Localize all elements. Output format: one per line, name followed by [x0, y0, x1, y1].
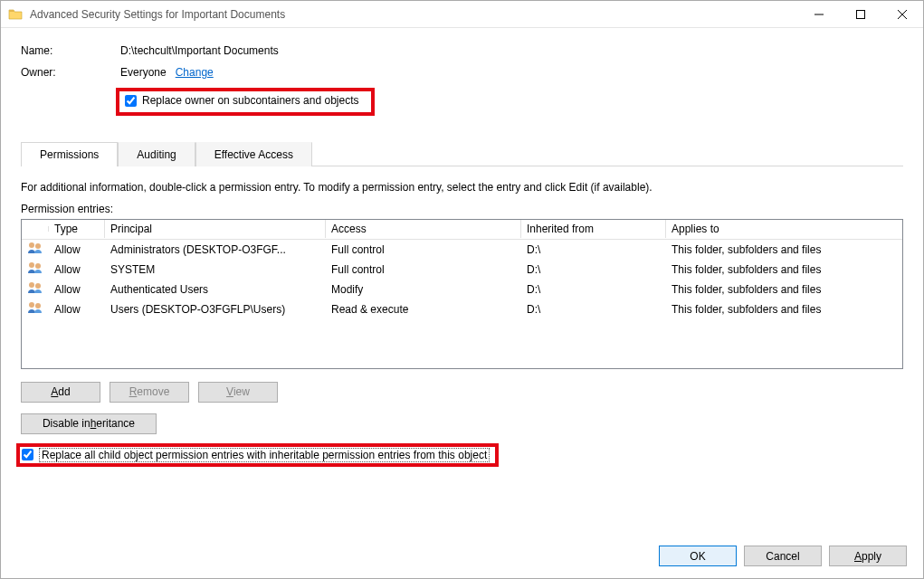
cell-type: Allow: [49, 281, 105, 298]
users-icon: [27, 261, 43, 274]
cell-type: Allow: [49, 242, 105, 258]
apply-button[interactable]: Apply: [829, 546, 907, 566]
entry-buttons: Add Remove View: [21, 382, 903, 403]
cell-access: Modify: [326, 281, 521, 298]
cell-access: Full control: [326, 261, 521, 278]
cancel-button[interactable]: Cancel: [744, 546, 822, 566]
replace-owner-text: Replace owner on subcontainers and objec…: [142, 94, 358, 107]
permission-entries-table: Type Principal Access Inherited from App…: [21, 219, 903, 369]
name-row: Name: D:\techcult\Important Documents: [21, 44, 903, 57]
cell-access: Full control: [326, 242, 521, 258]
users-icon: [27, 281, 43, 294]
col-type[interactable]: Type: [49, 220, 105, 238]
cell-inherited: D:\: [521, 261, 666, 278]
change-owner-link[interactable]: Change: [176, 66, 214, 79]
svg-point-4: [35, 263, 41, 269]
svg-point-3: [29, 262, 34, 268]
cell-type: Allow: [49, 261, 105, 278]
col-access[interactable]: Access: [326, 220, 521, 238]
tabs: Permissions Auditing Effective Access: [21, 141, 903, 166]
remove-button[interactable]: Remove: [110, 382, 189, 403]
cell-applies: This folder, subfolders and files: [666, 301, 902, 318]
security-settings-window: Advanced Security Settings for Important…: [0, 0, 924, 579]
dialog-footer: OK Cancel Apply: [1, 536, 923, 578]
cell-applies: This folder, subfolders and files: [666, 242, 902, 258]
window-title: Advanced Security Settings for Important…: [30, 8, 798, 21]
window-buttons: [798, 1, 923, 27]
svg-point-7: [29, 302, 34, 308]
svg-point-8: [35, 303, 41, 308]
col-applies-to[interactable]: Applies to: [666, 220, 902, 238]
owner-value: Everyone: [120, 66, 167, 79]
cell-type: Allow: [49, 301, 105, 318]
table-row[interactable]: AllowAdministrators (DESKTOP-O3FGF...Ful…: [22, 240, 902, 260]
svg-point-5: [29, 282, 34, 288]
col-inherited-from[interactable]: Inherited from: [521, 220, 666, 238]
titlebar: Advanced Security Settings for Important…: [1, 1, 923, 28]
col-icon[interactable]: [22, 226, 49, 232]
cell-principal: SYSTEM: [105, 261, 326, 278]
users-icon: [27, 301, 43, 314]
table-row[interactable]: AllowUsers (DESKTOP-O3FGFLP\Users)Read &…: [22, 299, 902, 319]
cell-principal: Authenticated Users: [105, 281, 326, 298]
view-button[interactable]: View: [198, 382, 278, 403]
svg-point-6: [35, 283, 41, 289]
tab-effective-access[interactable]: Effective Access: [195, 142, 312, 166]
folder-icon: [8, 7, 23, 22]
svg-point-2: [35, 243, 41, 249]
tab-auditing[interactable]: Auditing: [118, 142, 195, 166]
disable-inheritance-button[interactable]: Disable inheritance: [21, 413, 157, 434]
replace-owner-checkbox[interactable]: [125, 95, 137, 107]
cell-principal: Administrators (DESKTOP-O3FGF...: [105, 242, 326, 258]
close-button[interactable]: [881, 1, 923, 27]
cell-inherited: D:\: [521, 301, 666, 318]
add-button[interactable]: Add: [21, 382, 100, 403]
replace-child-permissions-checkbox[interactable]: [22, 449, 33, 460]
cell-applies: This folder, subfolders and files: [666, 281, 902, 298]
name-label: Name:: [21, 44, 120, 57]
name-value: D:\techcult\Important Documents: [120, 44, 279, 57]
svg-point-1: [29, 242, 34, 248]
minimize-button[interactable]: [798, 1, 840, 27]
ok-button[interactable]: OK: [659, 546, 737, 566]
cell-inherited: D:\: [521, 242, 666, 258]
highlight-box-2: Replace all child object permission entr…: [16, 443, 499, 467]
cell-principal: Users (DESKTOP-O3FGFLP\Users): [105, 301, 326, 318]
cell-applies: This folder, subfolders and files: [666, 261, 902, 278]
permission-entries-label: Permission entries:: [21, 203, 903, 215]
table-row[interactable]: AllowSYSTEMFull controlD:\This folder, s…: [22, 260, 902, 280]
tab-permissions[interactable]: Permissions: [21, 142, 118, 166]
col-principal[interactable]: Principal: [105, 220, 326, 238]
table-row[interactable]: AllowAuthenticated UsersModifyD:\This fo…: [22, 280, 902, 299]
svg-rect-0: [857, 10, 865, 18]
users-icon: [27, 242, 43, 254]
disable-inheritance-row: Disable inheritance: [21, 413, 903, 434]
cell-inherited: D:\: [521, 281, 666, 298]
table-body: AllowAdministrators (DESKTOP-O3FGF...Ful…: [22, 240, 902, 319]
replace-owner-row: Replace owner on subcontainers and objec…: [21, 88, 903, 116]
owner-row: Owner: Everyone Change: [21, 66, 903, 79]
info-text: For additional information, double-click…: [21, 181, 903, 194]
replace-child-permissions-label: Replace all child object permission entr…: [39, 448, 490, 462]
owner-label: Owner:: [21, 66, 120, 79]
table-header: Type Principal Access Inherited from App…: [22, 220, 902, 240]
replace-owner-checkbox-label[interactable]: Replace owner on subcontainers and objec…: [125, 94, 358, 107]
cell-access: Read & execute: [326, 301, 521, 318]
maximize-button[interactable]: [840, 1, 881, 27]
highlight-box-1: Replace owner on subcontainers and objec…: [116, 88, 375, 116]
